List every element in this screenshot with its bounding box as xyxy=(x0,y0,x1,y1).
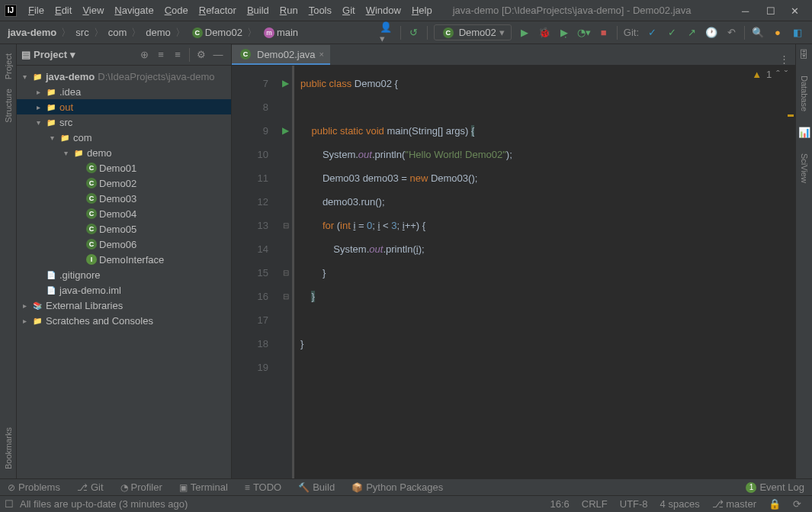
stop-button[interactable]: ■ xyxy=(596,25,611,40)
code-editor[interactable]: 78910111213141516171819 ▶ ▶ ⊟ ⊟ ⊟ public… xyxy=(232,66,795,478)
tree-external[interactable]: ▸📚External Libraries xyxy=(17,298,231,313)
status-sync-icon[interactable]: ⟳ xyxy=(787,498,807,510)
add-user-icon[interactable]: 👤▾ xyxy=(380,25,395,40)
menu-navigate[interactable]: Navigate xyxy=(109,5,159,16)
status-encoding[interactable]: UTF-8 xyxy=(614,498,654,510)
tab-project[interactable]: Project xyxy=(4,49,13,84)
code-content[interactable]: public class Demo02 { public static void… xyxy=(292,66,795,478)
tw-todo[interactable]: ≡ TODO xyxy=(242,481,284,493)
tab-more-icon[interactable]: ⋮ xyxy=(773,53,795,65)
menu-git[interactable]: Git xyxy=(337,5,361,16)
prev-highlight-icon[interactable]: ˆ xyxy=(776,69,779,80)
sciview-icon[interactable]: 📊 xyxy=(798,127,810,138)
fold-icon[interactable]: ⊟ xyxy=(283,261,289,285)
git-push-icon[interactable]: ↗ xyxy=(684,25,699,40)
crumb-src[interactable]: src xyxy=(72,27,91,38)
menu-view[interactable]: View xyxy=(77,5,109,16)
tree-iml[interactable]: 📄java-demo.iml xyxy=(17,282,231,298)
coverage-button[interactable]: ▶̣ xyxy=(557,25,572,40)
fold-icon[interactable]: ⊟ xyxy=(283,285,289,308)
tw-python[interactable]: 📦 Python Packages xyxy=(348,481,446,493)
error-stripe-mark[interactable] xyxy=(788,114,794,117)
tw-eventlog[interactable]: 1 Event Log xyxy=(743,481,807,493)
panel-title[interactable]: ▤ Project ▾ xyxy=(21,49,75,60)
tree-class-demo06[interactable]: CDemo06 xyxy=(17,237,231,252)
tree-demo[interactable]: ▾📁demo xyxy=(17,145,231,160)
next-highlight-icon[interactable]: ˇ xyxy=(785,69,788,80)
sync-icon[interactable]: ↺ xyxy=(406,25,422,40)
run-config-selector[interactable]: C Demo02▾ xyxy=(434,24,512,40)
navigation-bar: java-demo 〉 src 〉 com 〉 demo 〉 CDemo02 〉… xyxy=(0,21,812,44)
tab-sciview[interactable]: SciView xyxy=(800,149,809,188)
tree-interface[interactable]: IDemoInterface xyxy=(17,252,231,267)
tree-class-demo02[interactable]: CDemo02 xyxy=(17,175,231,191)
crumb-method[interactable]: mmain xyxy=(258,27,301,38)
status-window-icon[interactable]: ☐ xyxy=(5,498,14,510)
tree-com[interactable]: ▾📁com xyxy=(17,130,231,145)
status-line-sep[interactable]: CRLF xyxy=(576,498,614,510)
menu-refactor[interactable]: Refactor xyxy=(194,5,242,16)
menu-build[interactable]: Build xyxy=(242,5,274,16)
tree-class-demo03[interactable]: CDemo03 xyxy=(17,191,231,206)
menu-file[interactable]: File xyxy=(23,5,50,16)
menu-tools[interactable]: Tools xyxy=(303,5,337,16)
run-gutter-icon[interactable]: ▶ xyxy=(282,72,289,95)
run-button[interactable]: ▶ xyxy=(517,25,532,40)
debug-button[interactable]: 🐞 xyxy=(537,25,552,40)
crumb-class[interactable]: CDemo02 xyxy=(187,27,246,38)
settings-icon[interactable]: ⚙ xyxy=(194,48,208,62)
status-lock-icon[interactable]: 🔒 xyxy=(762,498,787,510)
profile-button[interactable]: ◔▾ xyxy=(576,25,592,40)
minimize-button[interactable]: ─ xyxy=(742,5,753,16)
menu-edit[interactable]: Edit xyxy=(50,5,77,16)
tree-gitignore[interactable]: 📄.gitignore xyxy=(17,267,231,282)
tree-idea[interactable]: ▸📁.idea xyxy=(17,84,231,99)
tw-profiler[interactable]: ◔ Profiler xyxy=(117,481,165,493)
run-gutter-icon[interactable]: ▶ xyxy=(282,119,289,143)
crumb-project[interactable]: java-demo xyxy=(5,27,59,38)
tree-class-demo05[interactable]: CDemo05 xyxy=(17,221,231,237)
tab-bookmarks[interactable]: Bookmarks xyxy=(4,423,13,474)
menu-run[interactable]: Run xyxy=(274,5,303,16)
app-logo-icon: IJ xyxy=(5,5,17,17)
tw-git[interactable]: ⎇ Git xyxy=(74,481,107,493)
status-position[interactable]: 16:6 xyxy=(544,498,575,510)
expand-all-icon[interactable]: ≡ xyxy=(154,48,168,62)
tab-database[interactable]: Database xyxy=(800,71,809,116)
toolbox-icon[interactable]: ◧ xyxy=(790,25,805,40)
tab-structure[interactable]: Structure xyxy=(4,84,13,127)
close-tab-icon[interactable]: × xyxy=(319,50,324,59)
git-commit-icon[interactable]: ✓ xyxy=(664,25,679,40)
crumb-com[interactable]: com xyxy=(105,27,130,38)
tree-out[interactable]: ▸📁out xyxy=(17,99,231,114)
history-icon[interactable]: 🕐 xyxy=(704,25,719,40)
status-branch[interactable]: ⎇ master xyxy=(706,498,762,510)
menu-window[interactable]: Window xyxy=(361,5,406,16)
tw-terminal[interactable]: ▣ Terminal xyxy=(176,481,231,493)
git-pull-icon[interactable]: ✓ xyxy=(644,25,660,40)
tree-class-demo01[interactable]: CDemo01 xyxy=(17,160,231,175)
collapse-all-icon[interactable]: ≡ xyxy=(171,48,185,62)
tw-problems[interactable]: ⊘ Problems xyxy=(5,481,63,493)
fold-icon[interactable]: ⊟ xyxy=(283,214,289,237)
ide-updates-icon[interactable]: ● xyxy=(770,25,785,40)
crumb-demo[interactable]: demo xyxy=(143,27,174,38)
inspection-widget[interactable]: ▲ 1 ˆ ˇ xyxy=(752,69,788,80)
menu-help[interactable]: Help xyxy=(406,5,438,16)
close-button[interactable]: ✕ xyxy=(791,5,801,16)
tree-class-demo04[interactable]: CDemo04 xyxy=(17,206,231,221)
rollback-icon[interactable]: ↶ xyxy=(724,25,739,40)
maximize-button[interactable]: ☐ xyxy=(766,5,777,16)
tree-src[interactable]: ▾📁src xyxy=(17,114,231,130)
tab-demo02[interactable]: C Demo02.java × xyxy=(232,45,330,65)
search-icon[interactable]: 🔍 xyxy=(750,25,765,40)
tree-scratches[interactable]: ▸📁Scratches and Consoles xyxy=(17,313,231,328)
tree-root[interactable]: ▾📁java-demoD:\IdeaProjects\java-demo xyxy=(17,69,231,84)
right-tool-strip: 🗄 Database 📊 SciView xyxy=(795,44,812,478)
tw-build[interactable]: 🔨 Build xyxy=(295,481,338,493)
menu-code[interactable]: Code xyxy=(159,5,194,16)
status-indent[interactable]: 4 spaces xyxy=(654,498,706,510)
hide-panel-icon[interactable]: — xyxy=(211,48,225,62)
select-opened-icon[interactable]: ⊕ xyxy=(137,48,151,62)
database-icon[interactable]: 🗄 xyxy=(799,49,809,60)
